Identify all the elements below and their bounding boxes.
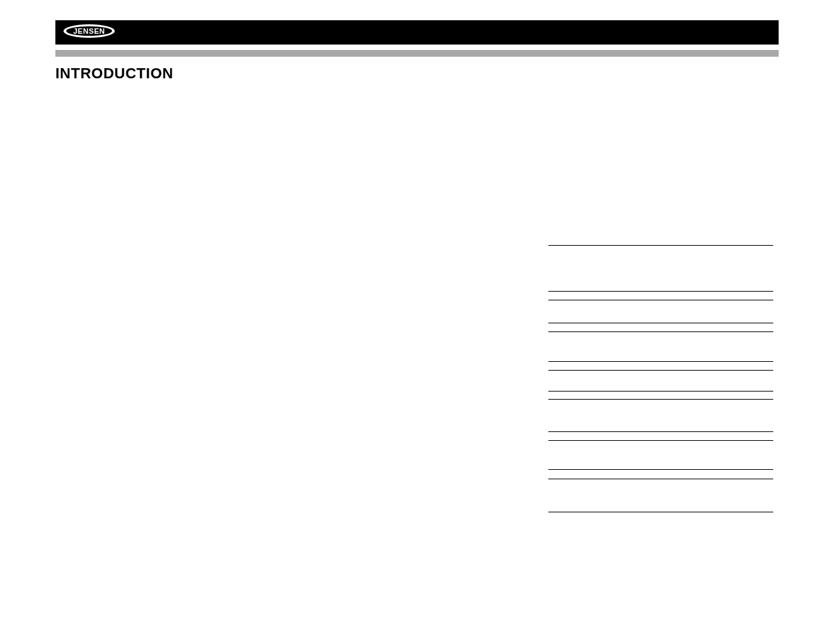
form-line [548,291,773,292]
form-line [548,431,773,432]
form-line [548,370,773,371]
form-line [548,512,773,512]
form-line [548,391,773,392]
header-bar: JENSEN [55,20,779,45]
form-line [548,331,773,332]
form-line [548,323,773,323]
svg-text:JENSEN: JENSEN [73,27,105,35]
form-line [548,440,773,441]
form-line [548,245,773,246]
form-line [548,479,773,479]
form-line [548,469,773,470]
form-line [548,361,773,362]
jensen-logo: JENSEN [62,23,116,42]
grey-divider-bar [55,50,779,57]
page-title: INTRODUCTION [55,65,779,82]
form-line [548,399,773,400]
form-line [548,300,773,300]
